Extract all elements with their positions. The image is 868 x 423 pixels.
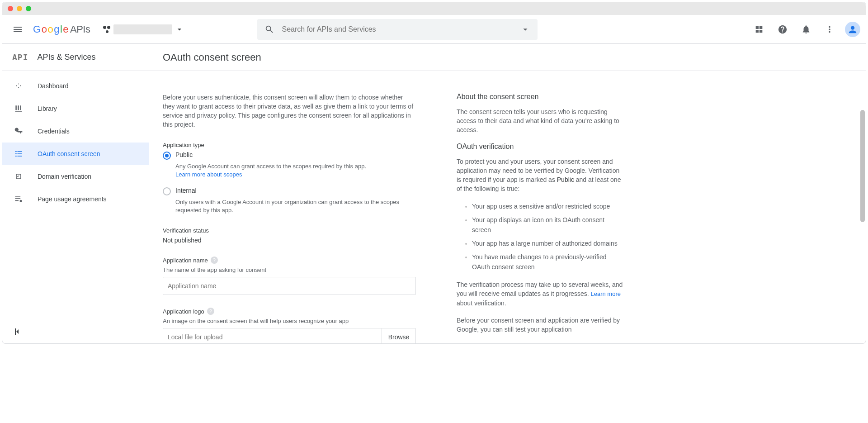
sidebar-item-dashboard[interactable]: Dashboard: [2, 75, 149, 97]
project-name-redacted: [113, 24, 172, 34]
sidebar-section-title: APIs & Services: [38, 52, 96, 62]
dropdown-caret-icon: [175, 25, 184, 34]
page-title: OAuth consent screen: [163, 52, 261, 63]
sidebar-item-page-usage[interactable]: Page usage agreements: [2, 188, 149, 210]
top-bar: Google APIs: [2, 15, 866, 44]
sidebar-item-credentials[interactable]: Credentials: [2, 120, 149, 143]
search-icon: [264, 24, 274, 34]
sidebar-item-label: Domain verification: [38, 173, 91, 180]
sidebar-item-oauth-consent[interactable]: OAuth consent screen: [2, 143, 149, 165]
applogo-label: Application logo: [163, 308, 204, 315]
oauth-heading: OAuth verification: [457, 143, 624, 151]
gift-icon[interactable]: [748, 19, 770, 40]
check-box-icon: [13, 171, 24, 182]
public-desc: Any Google Account can grant access to t…: [175, 163, 366, 170]
sidebar: API APIs & Services Dashboard Library Cr…: [2, 44, 149, 343]
consent-icon: [13, 148, 24, 159]
main-header: OAuth consent screen: [149, 44, 866, 71]
application-logo-input[interactable]: [163, 328, 382, 343]
browse-button[interactable]: Browse: [382, 328, 416, 343]
sidebar-item-library[interactable]: Library: [2, 97, 149, 120]
appname-sublabel: The name of the app asking for consent: [163, 266, 416, 273]
apis-label: APIs: [70, 24, 90, 35]
list-item: Your app uses a sensitive and/or restric…: [472, 201, 624, 211]
window-maximize-icon[interactable]: [26, 6, 31, 11]
sidebar-header: API APIs & Services: [2, 44, 149, 71]
applogo-sublabel: An image on the consent screen that will…: [163, 318, 416, 324]
learn-more-verification-link[interactable]: Learn more: [590, 290, 620, 297]
before-verification-text: Before your consent screen and applicati…: [457, 316, 624, 334]
list-item: You have made changes to a previously-ve…: [472, 252, 624, 272]
search-input[interactable]: [282, 25, 513, 33]
menu-hamburger-button[interactable]: [8, 19, 28, 39]
window-titlebar: [2, 2, 866, 15]
sidebar-item-label: Dashboard: [38, 82, 69, 90]
gear-list-icon: [13, 194, 24, 204]
sidebar-item-label: Library: [38, 105, 57, 112]
sidebar-item-label: Credentials: [38, 128, 70, 135]
sidebar-item-label: Page usage agreements: [38, 195, 107, 203]
list-item: Your app has a large number of authorize…: [472, 238, 624, 248]
key-icon: [13, 126, 24, 137]
google-apis-logo[interactable]: Google APIs: [33, 24, 90, 35]
about-body: The consent screen tells your users who …: [457, 107, 624, 134]
api-logo-icon: API: [12, 52, 28, 62]
application-name-input[interactable]: [163, 277, 416, 295]
status-value: Not published: [163, 237, 416, 244]
dashboard-icon: [13, 81, 24, 91]
search-box[interactable]: [257, 19, 538, 40]
radio-internal-label: Internal: [175, 187, 197, 194]
radio-public[interactable]: [163, 152, 171, 160]
user-icon: [848, 25, 857, 34]
internal-desc: Only users with a Google Account in your…: [175, 198, 416, 214]
notifications-icon[interactable]: [795, 19, 817, 40]
status-label: Verification status: [163, 227, 416, 234]
verification-process-text: The verification process may take up to …: [457, 280, 624, 308]
radio-public-label: Public: [175, 151, 193, 158]
intro-text: Before your users authenticate, this con…: [163, 93, 416, 129]
search-dropdown-icon[interactable]: [520, 24, 530, 34]
scrollbar-thumb[interactable]: [860, 110, 865, 222]
library-icon: [13, 103, 24, 114]
account-avatar[interactable]: [845, 22, 860, 37]
sidebar-item-label: OAuth consent screen: [38, 150, 100, 157]
svg-point-0: [851, 26, 854, 29]
appname-label: Application name: [163, 257, 208, 264]
learn-more-scopes-link[interactable]: Learn more about scopes: [175, 171, 242, 178]
radio-internal[interactable]: [163, 187, 171, 195]
help-icon[interactable]: [772, 19, 793, 40]
help-icon[interactable]: ?: [207, 308, 214, 315]
more-vert-icon[interactable]: [819, 19, 840, 40]
oauth-intro: To protect you and your users, your cons…: [457, 157, 624, 193]
list-item: Your app displays an icon on its OAuth c…: [472, 215, 624, 235]
main-content: OAuth consent screen Before your users a…: [149, 44, 866, 343]
help-icon[interactable]: ?: [211, 257, 218, 264]
collapse-sidebar-button[interactable]: [12, 326, 23, 339]
window-close-icon[interactable]: [8, 6, 13, 11]
about-heading: About the consent screen: [457, 93, 624, 101]
project-icon: [103, 25, 111, 33]
oauth-conditions-list: Your app uses a sensitive and/or restric…: [457, 201, 624, 272]
project-selector[interactable]: [98, 24, 189, 34]
window-minimize-icon[interactable]: [17, 6, 22, 11]
sidebar-item-domain-verification[interactable]: Domain verification: [2, 165, 149, 188]
app-type-label: Application type: [163, 142, 416, 148]
